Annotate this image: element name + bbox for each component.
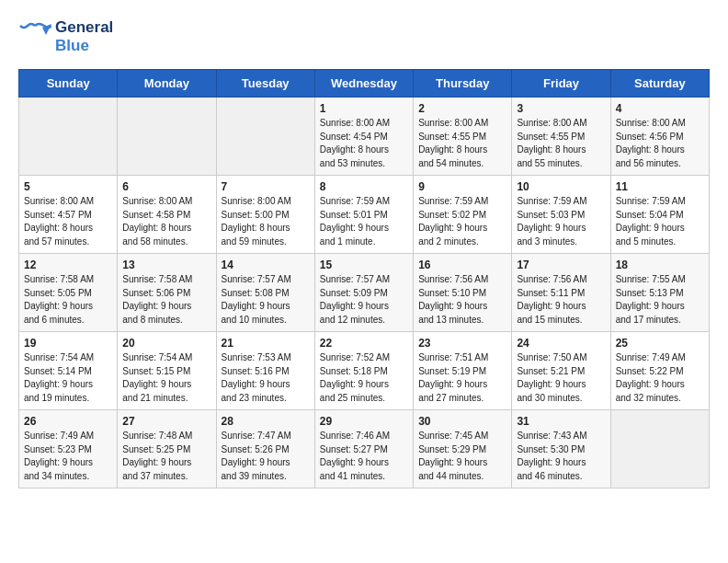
day-info: Sunrise: 7:48 AM Sunset: 5:25 PM Dayligh… — [122, 430, 210, 483]
day-info: Sunrise: 7:59 AM Sunset: 5:04 PM Dayligh… — [616, 195, 704, 248]
calendar-cell: 10Sunrise: 7:59 AM Sunset: 5:03 PM Dayli… — [512, 176, 610, 254]
day-number: 15 — [320, 259, 408, 271]
calendar-cell: 9Sunrise: 7:59 AM Sunset: 5:02 PM Daylig… — [414, 176, 512, 254]
day-info: Sunrise: 7:56 AM Sunset: 5:10 PM Dayligh… — [418, 273, 506, 327]
calendar-cell: 13Sunrise: 7:58 AM Sunset: 5:06 PM Dayli… — [118, 254, 216, 332]
calendar-cell: 1Sunrise: 8:00 AM Sunset: 4:54 PM Daylig… — [314, 98, 413, 176]
calendar-cell: 17Sunrise: 7:56 AM Sunset: 5:11 PM Dayli… — [512, 254, 610, 332]
day-info: Sunrise: 8:00 AM Sunset: 5:00 PM Dayligh… — [222, 195, 310, 248]
calendar-cell: 27Sunrise: 7:48 AM Sunset: 5:25 PM Dayli… — [118, 410, 216, 488]
day-info: Sunrise: 7:49 AM Sunset: 5:22 PM Dayligh… — [616, 351, 704, 405]
calendar-week-row: 1Sunrise: 8:00 AM Sunset: 4:54 PM Daylig… — [19, 98, 710, 176]
day-info: Sunrise: 7:47 AM Sunset: 5:26 PM Dayligh… — [222, 430, 310, 483]
weekday-header: Friday — [512, 70, 610, 98]
day-info: Sunrise: 8:00 AM Sunset: 4:55 PM Dayligh… — [517, 117, 605, 170]
day-number: 18 — [616, 259, 704, 271]
day-info: Sunrise: 7:57 AM Sunset: 5:08 PM Dayligh… — [222, 273, 310, 327]
day-info: Sunrise: 7:59 AM Sunset: 5:01 PM Dayligh… — [320, 195, 408, 248]
day-info: Sunrise: 8:00 AM Sunset: 4:56 PM Dayligh… — [616, 117, 704, 170]
calendar-cell: 26Sunrise: 7:49 AM Sunset: 5:23 PM Dayli… — [19, 410, 118, 488]
day-info: Sunrise: 7:59 AM Sunset: 5:03 PM Dayligh… — [517, 195, 605, 248]
calendar-cell: 31Sunrise: 7:43 AM Sunset: 5:30 PM Dayli… — [512, 410, 610, 488]
day-number: 16 — [418, 259, 506, 271]
day-info: Sunrise: 8:00 AM Sunset: 4:57 PM Dayligh… — [24, 195, 112, 248]
day-info: Sunrise: 7:50 AM Sunset: 5:21 PM Dayligh… — [517, 351, 605, 405]
weekday-row: SundayMondayTuesdayWednesdayThursdayFrid… — [19, 70, 710, 98]
day-number: 23 — [418, 337, 506, 350]
day-number: 24 — [517, 337, 605, 350]
day-number: 4 — [616, 102, 704, 115]
calendar-cell: 25Sunrise: 7:49 AM Sunset: 5:22 PM Dayli… — [610, 332, 709, 410]
logo-wave-icon — [18, 20, 51, 53]
calendar-cell: 15Sunrise: 7:57 AM Sunset: 5:09 PM Dayli… — [314, 254, 413, 332]
weekday-header: Wednesday — [314, 70, 413, 98]
weekday-header: Tuesday — [216, 70, 314, 98]
day-number: 20 — [122, 337, 210, 350]
calendar-cell: 28Sunrise: 7:47 AM Sunset: 5:26 PM Dayli… — [216, 410, 314, 488]
day-info: Sunrise: 7:51 AM Sunset: 5:19 PM Dayligh… — [418, 351, 506, 405]
calendar-cell: 3Sunrise: 8:00 AM Sunset: 4:55 PM Daylig… — [512, 98, 610, 176]
day-info: Sunrise: 7:45 AM Sunset: 5:29 PM Dayligh… — [418, 430, 506, 483]
day-number: 27 — [122, 415, 210, 428]
logo-line1: General — [55, 18, 113, 37]
calendar-week-row: 19Sunrise: 7:54 AM Sunset: 5:14 PM Dayli… — [19, 332, 710, 410]
calendar-cell: 5Sunrise: 8:00 AM Sunset: 4:57 PM Daylig… — [19, 176, 118, 254]
weekday-header: Sunday — [19, 70, 118, 98]
day-info: Sunrise: 7:54 AM Sunset: 5:15 PM Dayligh… — [122, 351, 210, 405]
page-header: General Blue — [18, 18, 710, 54]
calendar-cell: 4Sunrise: 8:00 AM Sunset: 4:56 PM Daylig… — [610, 98, 709, 176]
day-number: 28 — [222, 415, 310, 428]
weekday-header: Thursday — [414, 70, 512, 98]
day-info: Sunrise: 7:57 AM Sunset: 5:09 PM Dayligh… — [320, 273, 408, 327]
calendar-cell — [610, 410, 709, 488]
calendar-cell — [118, 98, 216, 176]
logo-container: General Blue — [18, 18, 113, 54]
day-number: 8 — [320, 180, 408, 193]
day-number: 2 — [418, 102, 506, 115]
day-number: 30 — [418, 415, 506, 428]
day-number: 12 — [24, 259, 112, 271]
day-number: 1 — [320, 102, 408, 115]
day-info: Sunrise: 8:00 AM Sunset: 4:55 PM Dayligh… — [418, 117, 506, 170]
calendar-cell: 12Sunrise: 7:58 AM Sunset: 5:05 PM Dayli… — [19, 254, 118, 332]
calendar-cell: 6Sunrise: 8:00 AM Sunset: 4:58 PM Daylig… — [118, 176, 216, 254]
calendar-body: 1Sunrise: 8:00 AM Sunset: 4:54 PM Daylig… — [19, 98, 710, 488]
day-info: Sunrise: 7:52 AM Sunset: 5:18 PM Dayligh… — [320, 351, 408, 405]
logo: General Blue — [18, 18, 113, 54]
day-info: Sunrise: 7:53 AM Sunset: 5:16 PM Dayligh… — [222, 351, 310, 405]
day-number: 22 — [320, 337, 408, 350]
calendar-cell: 18Sunrise: 7:55 AM Sunset: 5:13 PM Dayli… — [610, 254, 709, 332]
day-number: 17 — [517, 259, 605, 271]
day-info: Sunrise: 8:00 AM Sunset: 4:54 PM Dayligh… — [320, 117, 408, 170]
day-info: Sunrise: 7:56 AM Sunset: 5:11 PM Dayligh… — [517, 273, 605, 327]
calendar-cell: 16Sunrise: 7:56 AM Sunset: 5:10 PM Dayli… — [414, 254, 512, 332]
day-info: Sunrise: 7:55 AM Sunset: 5:13 PM Dayligh… — [616, 273, 704, 327]
day-number: 19 — [24, 337, 112, 350]
calendar-cell — [19, 98, 118, 176]
day-number: 25 — [616, 337, 704, 350]
weekday-header: Monday — [118, 70, 216, 98]
day-number: 13 — [122, 259, 210, 271]
day-number: 21 — [222, 337, 310, 350]
day-info: Sunrise: 7:43 AM Sunset: 5:30 PM Dayligh… — [517, 430, 605, 483]
calendar-cell: 20Sunrise: 7:54 AM Sunset: 5:15 PM Dayli… — [118, 332, 216, 410]
day-number: 9 — [418, 180, 506, 193]
calendar-cell: 19Sunrise: 7:54 AM Sunset: 5:14 PM Dayli… — [19, 332, 118, 410]
day-number: 11 — [616, 180, 704, 193]
weekday-header: Saturday — [610, 70, 709, 98]
calendar-table: SundayMondayTuesdayWednesdayThursdayFrid… — [18, 69, 710, 488]
day-info: Sunrise: 7:58 AM Sunset: 5:06 PM Dayligh… — [122, 273, 210, 327]
calendar-cell: 24Sunrise: 7:50 AM Sunset: 5:21 PM Dayli… — [512, 332, 610, 410]
logo-line2: Blue — [55, 37, 113, 55]
day-number: 7 — [222, 180, 310, 193]
day-number: 31 — [517, 415, 605, 428]
calendar-cell: 23Sunrise: 7:51 AM Sunset: 5:19 PM Dayli… — [414, 332, 512, 410]
day-number: 6 — [122, 180, 210, 193]
calendar-cell: 21Sunrise: 7:53 AM Sunset: 5:16 PM Dayli… — [216, 332, 314, 410]
calendar-week-row: 12Sunrise: 7:58 AM Sunset: 5:05 PM Dayli… — [19, 254, 710, 332]
day-number: 10 — [517, 180, 605, 193]
calendar-cell: 2Sunrise: 8:00 AM Sunset: 4:55 PM Daylig… — [414, 98, 512, 176]
day-info: Sunrise: 7:59 AM Sunset: 5:02 PM Dayligh… — [418, 195, 506, 248]
day-number: 14 — [222, 259, 310, 271]
day-info: Sunrise: 7:58 AM Sunset: 5:05 PM Dayligh… — [24, 273, 112, 327]
